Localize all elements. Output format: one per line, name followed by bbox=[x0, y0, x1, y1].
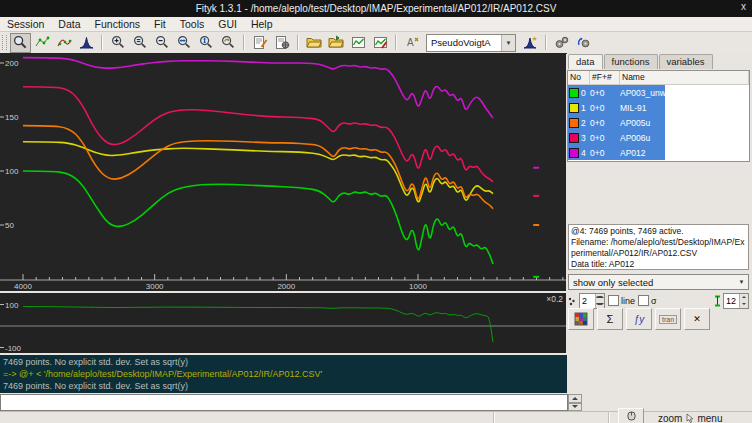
errorbar-size-spinner[interactable] bbox=[723, 293, 749, 309]
spectrum-curve-ap012 bbox=[23, 58, 493, 119]
toolbar-separator bbox=[395, 35, 397, 50]
dataset-color-swatch[interactable] bbox=[569, 118, 579, 128]
auto-add-button[interactable]: A bbox=[402, 33, 423, 53]
dataset-color-swatch[interactable] bbox=[569, 103, 579, 113]
errorbar-size-icon bbox=[714, 295, 721, 307]
sigma-checkbox-label: σ bbox=[651, 296, 657, 306]
load-data-custom-button[interactable] bbox=[326, 33, 347, 53]
close-button[interactable]: x bbox=[741, 1, 746, 12]
fit-undo-icon bbox=[576, 35, 592, 50]
aux-residual-curve bbox=[23, 307, 493, 343]
dataset-row-mil91[interactable]: 10+0MIL-91 bbox=[568, 100, 665, 115]
spin-down-icon[interactable] bbox=[595, 301, 604, 308]
zoom-all-button[interactable] bbox=[130, 33, 151, 53]
line-checkbox-label: line bbox=[621, 296, 635, 306]
console-line: =-> @+ < '/home/aleplo/test/Desktop/IMAP… bbox=[0, 368, 574, 380]
transform-button[interactable]: tran bbox=[655, 308, 681, 330]
spin-up-icon[interactable] bbox=[568, 394, 582, 403]
zoom-vertical-button[interactable] bbox=[196, 33, 217, 53]
spin-up-icon[interactable] bbox=[739, 294, 748, 301]
dataset-number: 4 bbox=[581, 148, 586, 158]
toolbar-separator bbox=[545, 35, 547, 50]
menu-item-session[interactable]: Session bbox=[0, 17, 51, 31]
menu-item-functions[interactable]: Functions bbox=[88, 17, 148, 31]
toolbar: A PseudoVoigtA ▼ ★ bbox=[0, 32, 752, 54]
menu-item-fit[interactable]: Fit bbox=[147, 17, 173, 31]
window-title: Fityk 1.3.1 - /home/aleplo/test/Desktop/… bbox=[196, 3, 557, 14]
dataset-row-ap005u[interactable]: 20+0AP005u bbox=[568, 115, 665, 130]
data-range-mode-button[interactable] bbox=[32, 33, 53, 53]
checkbox-icon[interactable] bbox=[608, 295, 619, 306]
show-filter-select[interactable]: show only selected ▼ bbox=[568, 274, 749, 290]
sum-button[interactable]: Σ bbox=[597, 308, 623, 330]
zoom-horizontal-icon bbox=[177, 35, 192, 50]
checkbox-icon[interactable] bbox=[638, 295, 649, 306]
spin-down-icon[interactable] bbox=[568, 403, 582, 412]
dataset-row-ap003unwa[interactable]: 00+0AP003_unwa... bbox=[568, 85, 665, 100]
fit-run-button[interactable] bbox=[552, 33, 573, 53]
aux-plot[interactable]: 100-100 ×0.2 bbox=[0, 293, 566, 353]
zoom-in-button[interactable] bbox=[108, 33, 129, 53]
fit-undo-button[interactable] bbox=[574, 33, 595, 53]
sum-label: Σ bbox=[607, 313, 614, 325]
background-mode-button[interactable] bbox=[54, 33, 75, 53]
menu-item-help[interactable]: Help bbox=[244, 17, 280, 31]
menu-item-gui[interactable]: GUI bbox=[211, 17, 244, 31]
color-palette-button[interactable] bbox=[568, 308, 594, 330]
load-data-button[interactable] bbox=[304, 33, 325, 53]
delete-button[interactable]: ✕ bbox=[684, 308, 710, 330]
menu-item-tools[interactable]: Tools bbox=[173, 17, 212, 31]
dataset-color-swatch[interactable] bbox=[569, 133, 579, 143]
dataset-list[interactable]: No#F+#Name 00+0AP003_unwa...10+0MIL-9120… bbox=[567, 70, 750, 162]
errorbar-size-value[interactable] bbox=[724, 296, 739, 306]
command-history-spinner[interactable] bbox=[568, 394, 582, 411]
dataset-number: 3 bbox=[581, 133, 586, 143]
tab-functions[interactable]: functions bbox=[604, 54, 658, 69]
sigma-checkbox[interactable]: σ bbox=[638, 295, 657, 306]
background-mode-icon bbox=[57, 35, 72, 50]
script-editor-icon bbox=[253, 35, 268, 50]
tab-data[interactable]: data bbox=[568, 54, 603, 69]
output-console[interactable]: 7469 points. No explicit std. dev. Set a… bbox=[0, 355, 574, 393]
tab-variables[interactable]: variables bbox=[659, 54, 713, 69]
dataset-row-ap012[interactable]: 40+0AP012 bbox=[568, 145, 665, 160]
execute-script-button[interactable] bbox=[272, 33, 293, 53]
command-input[interactable] bbox=[0, 394, 568, 411]
title-bar[interactable]: Fityk 1.3.1 - /home/aleplo/test/Desktop/… bbox=[0, 0, 752, 17]
dataset-name: MIL-91 bbox=[620, 103, 665, 113]
y-function-button[interactable]: ƒy bbox=[626, 308, 652, 330]
zoom-in-icon bbox=[111, 35, 126, 50]
mouse-pointer-icon bbox=[685, 413, 694, 423]
dataset-info: @4: 7469 points, 7469 active. Filename: … bbox=[568, 224, 749, 270]
menu-bar: SessionDataFunctionsFitToolsGUIHelp bbox=[0, 17, 752, 32]
spin-down-icon[interactable] bbox=[739, 301, 748, 308]
point-size-spinner[interactable] bbox=[579, 293, 605, 309]
panel-tabs: datafunctionsvariables bbox=[568, 54, 714, 70]
zoom-horizontal-button[interactable] bbox=[174, 33, 195, 53]
point-size-value[interactable] bbox=[580, 296, 595, 306]
function-type-select[interactable]: PseudoVoigtA ▼ bbox=[426, 34, 516, 52]
toolbar-drag-handle[interactable] bbox=[2, 35, 7, 50]
export-image-icon bbox=[351, 35, 366, 50]
script-editor-button[interactable] bbox=[250, 33, 271, 53]
spin-up-icon[interactable] bbox=[595, 294, 604, 301]
status-bar: zoom menu bbox=[0, 411, 752, 423]
zoom-previous-button[interactable] bbox=[218, 33, 239, 53]
show-filter-value: show only selected bbox=[573, 277, 653, 288]
add-function-button[interactable]: ★ bbox=[520, 33, 541, 53]
dataset-row-ap006u[interactable]: 30+0AP006u bbox=[568, 130, 665, 145]
line-checkbox[interactable]: line bbox=[608, 295, 635, 306]
export-image-button[interactable] bbox=[348, 33, 369, 53]
zoom-mode-button[interactable] bbox=[10, 33, 31, 53]
zoom-out-button[interactable] bbox=[152, 33, 173, 53]
svg-text:50: 50 bbox=[5, 221, 14, 230]
dataset-color-swatch[interactable] bbox=[569, 148, 579, 158]
main-plot[interactable]: 400030002000100020015010050 bbox=[0, 53, 566, 291]
dataset-color-swatch[interactable] bbox=[569, 88, 579, 98]
add-peak-mode-button[interactable] bbox=[76, 33, 97, 53]
edit-plot-button[interactable] bbox=[370, 33, 391, 53]
svg-text:100: 100 bbox=[5, 167, 19, 176]
spectrum-curve-mil91 bbox=[23, 142, 493, 202]
mouse-help-button[interactable] bbox=[618, 408, 644, 423]
menu-item-data[interactable]: Data bbox=[51, 17, 87, 31]
